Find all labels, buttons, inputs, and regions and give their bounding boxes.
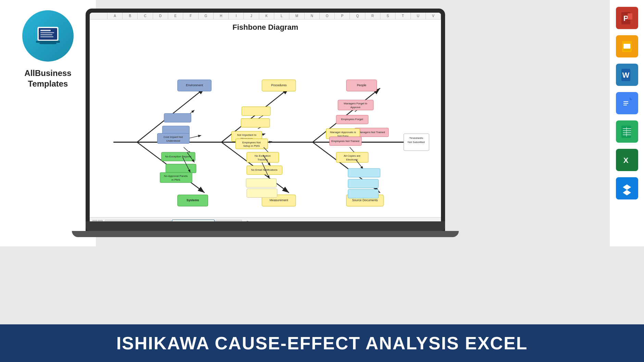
col-e: E (168, 13, 183, 19)
laptop-body: A B C D E F G H I J K L M N O P Q (86, 9, 445, 231)
svg-rect-33 (241, 118, 270, 127)
col-f: F (183, 13, 198, 19)
col-u: U (411, 13, 426, 19)
no-approval-2: in PMS (172, 178, 180, 181)
right-sidebar: P W (610, 0, 644, 246)
svg-text:W: W (622, 71, 630, 79)
all-copies-1: All Copies are (344, 154, 361, 157)
svg-rect-60 (247, 189, 277, 198)
bottom-banner: ISHIKAWA CAUSE-EFFECT ANALYSIS EXCEL (0, 324, 644, 362)
svg-line-28 (189, 135, 201, 138)
svg-rect-59 (246, 179, 277, 188)
dropbox-icon[interactable] (616, 177, 638, 199)
emp-not-trained: Employees Not Trained (331, 140, 359, 143)
svg-rect-7 (39, 43, 56, 44)
svg-rect-6 (36, 41, 60, 43)
logo-laptop-icon (34, 22, 62, 50)
svg-rect-3 (40, 32, 54, 33)
svg-rect-71 (623, 44, 630, 49)
col-r: R (365, 13, 380, 19)
not-important-1: Not Important to (237, 133, 257, 137)
col-g: G (199, 13, 214, 19)
slides-icon[interactable] (616, 35, 638, 57)
people-label: People (357, 83, 366, 87)
systems-label: Systems (187, 198, 199, 202)
laptop-bottom-bar (72, 231, 459, 237)
svg-rect-77 (630, 100, 632, 107)
banner-text: ISHIKAWA CAUSE-EFFECT ANALYSIS EXCEL (116, 333, 528, 353)
cost-impact-1: Cost Impact Not (164, 135, 183, 139)
timesheets-label-1: Timesheets (409, 137, 423, 140)
col-a: A (108, 13, 123, 19)
col-i: I (229, 13, 244, 19)
employees-setup-2: Setup in PMS (243, 144, 260, 147)
svg-rect-80 (623, 105, 627, 105)
svg-rect-79 (623, 103, 628, 104)
col-k: K (259, 13, 274, 19)
svg-rect-86 (626, 127, 627, 137)
col-n: N (305, 13, 320, 19)
col-m: M (289, 13, 304, 19)
source-documents-label: Source Documents (352, 198, 378, 202)
col-l: L (274, 13, 289, 19)
excel-content: Fishbone Diagram (90, 20, 441, 227)
no-approval-1: No Approval Panels (164, 174, 188, 178)
no-exc-tracking-1: No Exception (255, 154, 271, 157)
employees-setup-1: Employees Not (242, 141, 261, 144)
svg-text:X: X (623, 156, 629, 165)
excel-screen: A B C D E F G H I J K L M N O P Q (90, 13, 441, 227)
svg-rect-51 (166, 164, 196, 173)
laptop-base (86, 221, 445, 231)
brand-name: AllBusiness Templates (24, 68, 71, 89)
col-t: T (395, 13, 411, 19)
docs-icon[interactable] (616, 92, 638, 114)
word-icon[interactable]: W (616, 64, 638, 86)
procedures-label: Procedures (271, 83, 287, 87)
svg-rect-64 (348, 168, 380, 177)
mgr-approvals-1: Manager Approvals is (330, 131, 356, 134)
excel-icon[interactable]: X (616, 149, 638, 171)
logo-circle (22, 10, 74, 62)
col-s: S (380, 13, 395, 19)
svg-rect-78 (623, 101, 628, 102)
svg-marker-76 (630, 97, 632, 100)
environment-label: Environment (186, 83, 203, 87)
measurement-label: Measurement (269, 198, 288, 202)
svg-rect-31 (242, 107, 270, 116)
no-email-notif: No Email Notifications (251, 168, 278, 171)
col-p: P (335, 13, 350, 19)
mgr-not-trained: Managers Not Trained (358, 131, 385, 134)
timesheets-label-2: Not Submitted (408, 141, 425, 144)
svg-rect-5 (40, 36, 53, 37)
excel-col-headers: A B C D E F G H I J K L M N O P Q (90, 13, 441, 20)
col-b: B (123, 13, 138, 19)
col-d: D (153, 13, 168, 19)
laptop-container: A B C D E F G H I J K L M N O P Q (75, 3, 452, 250)
svg-rect-72 (623, 49, 630, 51)
col-q: Q (350, 13, 365, 19)
col-h: H (214, 13, 229, 19)
mgr-forget-2: Approve (351, 106, 361, 109)
svg-rect-66 (348, 189, 379, 198)
col-j: J (244, 13, 259, 19)
svg-rect-2 (40, 30, 51, 31)
svg-rect-69 (628, 13, 632, 20)
svg-rect-75 (622, 97, 630, 107)
cost-impact-2: Understood (166, 139, 180, 142)
mgr-forget-1: Managers Forget to (344, 102, 367, 105)
powerpoint-icon[interactable]: P (616, 7, 638, 29)
employees-forget: Employees Forget (341, 118, 363, 121)
col-o: O (320, 13, 335, 19)
fishbone-area: Fishbone Diagram (90, 20, 441, 227)
svg-rect-25 (164, 114, 191, 122)
fishbone-svg: Environment Procedures People Systems (97, 35, 434, 222)
col-c: C (138, 13, 153, 19)
laptop-screen: A B C D E F G H I J K L M N O P Q (90, 13, 441, 227)
no-exception-reports: No Exception Reports (165, 155, 191, 158)
svg-rect-4 (40, 34, 52, 35)
svg-rect-65 (348, 179, 379, 188)
svg-marker-90 (627, 184, 631, 190)
sheets-icon[interactable] (616, 120, 638, 143)
diagram-title: Fishbone Diagram (97, 23, 434, 32)
col-v: V (426, 13, 441, 19)
